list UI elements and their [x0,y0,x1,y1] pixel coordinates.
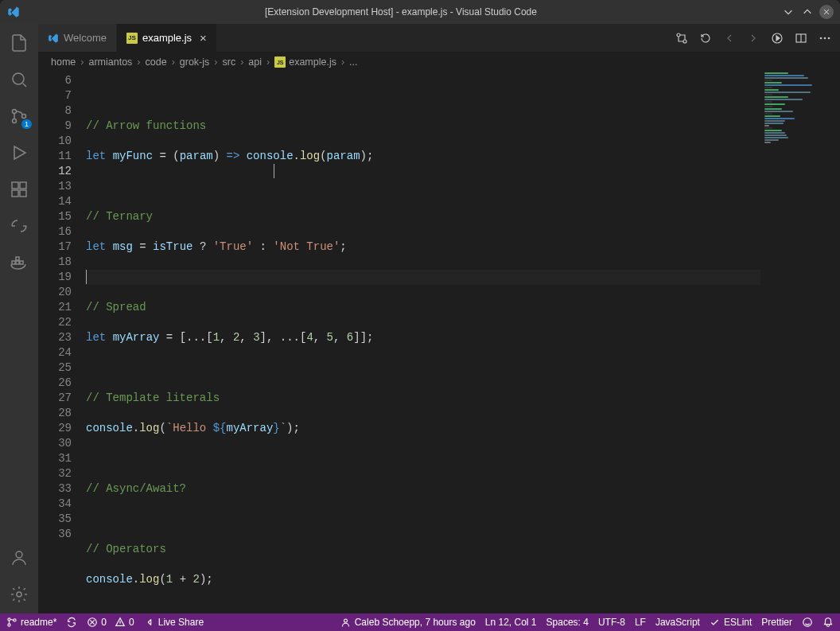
tab-welcome[interactable]: Welcome [38,24,117,52]
prettier-status[interactable]: Prettier [761,617,792,628]
chevron-right-icon: › [239,56,245,68]
docker-icon[interactable] [8,251,30,274]
chevron-up-icon[interactable] [800,5,815,19]
chevron-down-icon[interactable] [781,5,795,19]
debug-icon[interactable] [8,142,30,164]
live-share[interactable]: Live Share [144,617,204,628]
code-content[interactable]: // Arrow functions let myFunc = (param) … [86,72,840,613]
remote-icon[interactable] [8,215,30,237]
feedback-icon[interactable] [802,617,813,628]
error-icon [87,617,98,628]
status-bar: readme* 0 0 Live Share Caleb Schoepp, 7 … [0,613,840,631]
eslint-status[interactable]: ESLint [710,617,752,628]
breadcrumb-segment[interactable]: home [51,56,76,68]
svg-point-19 [824,37,826,39]
sync-button[interactable] [66,617,77,628]
notifications-icon[interactable] [822,617,834,628]
vscode-icon [48,33,59,44]
source-control-icon[interactable]: 1 [8,105,30,127]
js-file-icon: JS [126,33,138,44]
code-editor[interactable]: 6789101112131415161718192021222324252627… [38,72,840,613]
chevron-right-icon: › [340,56,346,68]
tab-bar: Welcome JS example.js × [38,24,840,52]
close-icon[interactable] [819,5,834,19]
svg-point-20 [828,37,830,39]
svg-point-3 [22,115,26,119]
cursor-position[interactable]: Ln 12, Col 1 [485,617,537,628]
svg-point-13 [17,592,21,597]
sync-icon [66,617,77,628]
explorer-icon[interactable] [8,32,30,54]
breadcrumb-segment[interactable]: code [146,56,167,68]
git-branch-icon [6,617,18,628]
svg-point-12 [16,551,22,558]
encoding[interactable]: UTF-8 [598,617,625,628]
git-branch[interactable]: readme* [6,617,56,628]
git-blame[interactable]: Caleb Schoepp, 7 hours ago [340,617,476,628]
text-cursor [274,164,274,178]
svg-point-0 [13,73,24,84]
chevron-right-icon: › [265,56,271,68]
editor-area: Welcome JS example.js × home› armiantos›… [38,24,840,613]
scm-badge: 1 [21,119,32,129]
chevron-right-icon: › [212,56,219,68]
indentation[interactable]: Spaces: 4 [546,617,589,628]
svg-point-14 [677,33,680,37]
revert-icon[interactable] [698,31,713,45]
svg-point-23 [14,619,16,621]
extensions-icon[interactable] [8,178,30,201]
more-icon[interactable] [818,31,832,45]
chevron-right-icon: › [135,56,142,68]
svg-point-25 [344,619,348,622]
svg-point-21 [8,618,10,621]
line-gutter: 6789101112131415161718192021222324252627… [38,72,86,613]
person-icon [340,617,352,628]
close-icon[interactable]: × [200,31,207,45]
split-editor-icon[interactable] [794,31,808,45]
tab-label: Welcome [64,32,107,44]
window-title: [Extension Development Host] - example.j… [21,6,781,18]
search-icon[interactable] [8,68,30,91]
minimap[interactable] [760,72,840,613]
breadcrumb-segment[interactable]: armiantos [88,56,132,68]
svg-point-18 [820,37,822,39]
svg-point-1 [13,110,17,114]
tab-label: example.js [142,32,192,44]
svg-rect-6 [20,190,26,197]
breadcrumb[interactable]: home› armiantos› code› grok-js› src› api… [38,52,840,72]
vscode-icon [6,5,21,19]
svg-rect-4 [12,182,18,189]
breadcrumb-segment[interactable]: api [248,56,262,68]
svg-rect-10 [20,261,23,264]
accounts-icon[interactable] [8,547,30,569]
svg-point-15 [683,40,686,43]
chevron-right-icon: › [79,56,85,68]
svg-point-26 [803,618,812,627]
svg-rect-8 [12,261,15,264]
js-file-icon: JS [274,56,286,68]
activity-bar: 1 [0,24,38,613]
language-mode[interactable]: JavaScript [655,617,700,628]
svg-point-2 [13,119,17,123]
breadcrumb-segment[interactable]: src [222,56,235,68]
live-share-icon [144,617,155,628]
chevron-right-icon: › [170,56,177,68]
svg-point-22 [8,624,10,626]
svg-rect-9 [16,261,19,264]
titlebar: [Extension Development Host] - example.j… [0,0,840,24]
prev-change-icon[interactable] [722,31,737,45]
compare-icon[interactable] [675,31,689,45]
svg-rect-7 [20,182,26,189]
next-change-icon[interactable] [746,31,760,45]
eol[interactable]: LF [635,617,646,628]
svg-rect-5 [12,190,18,197]
problems-errors[interactable]: 0 0 [87,617,134,628]
tab-example-js[interactable]: JS example.js × [117,24,217,52]
breadcrumb-file[interactable]: example.js [289,56,336,68]
run-icon[interactable] [770,31,784,45]
svg-rect-11 [16,257,19,260]
editor-actions [667,24,840,52]
breadcrumb-symbol[interactable]: ... [349,56,357,68]
settings-gear-icon[interactable] [8,583,30,606]
breadcrumb-segment[interactable]: grok-js [180,56,210,68]
